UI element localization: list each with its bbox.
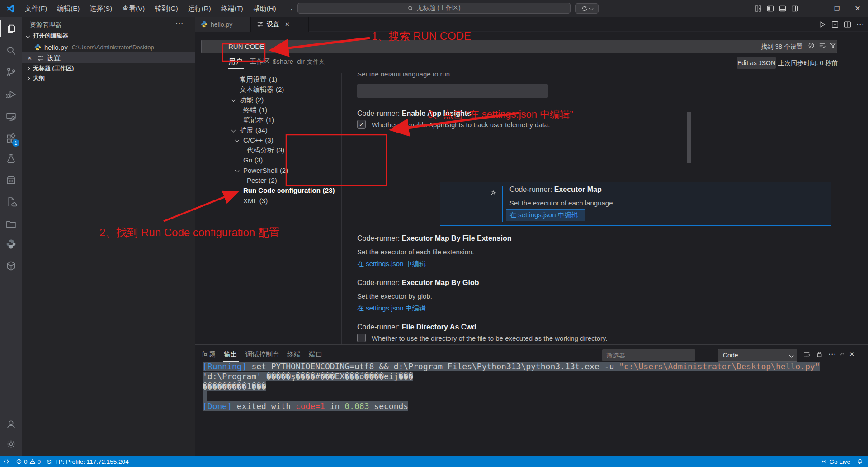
panel-tab-2[interactable]: 调试控制台 <box>245 350 279 359</box>
go-live-button[interactable]: Go Live <box>818 456 854 467</box>
panel-tab-0[interactable]: 问题 <box>202 350 216 359</box>
word-wrap-icon[interactable] <box>803 350 811 358</box>
more-actions-icon[interactable]: ⋯ <box>856 19 864 29</box>
toc-item-run-code-configuration[interactable]: Run Code configuration(23) <box>243 186 335 194</box>
problems-indicator[interactable]: 0 0 <box>13 456 44 467</box>
toc-item--[interactable]: 代码分析(3) <box>247 146 284 155</box>
setting-description: Whether to use the directory of the file… <box>372 334 608 342</box>
toggle-sidebar-left-icon[interactable] <box>766 5 774 13</box>
toc-item--[interactable]: 功能(2) <box>240 96 264 105</box>
minimize-button[interactable]: ─ <box>806 0 826 17</box>
menu-item-4[interactable]: 转到(G) <box>150 0 183 17</box>
python-icon[interactable] <box>0 235 22 253</box>
toc-item--[interactable]: 扩展(34) <box>240 126 268 135</box>
maximize-button[interactable]: ❐ <box>826 0 847 17</box>
close-icon[interactable]: ✕ <box>27 55 32 62</box>
open-editor-settings[interactable]: ✕ 设置 <box>22 52 195 63</box>
output-filter-input[interactable]: 筛选器 <box>602 349 695 361</box>
edit-in-settings-json-link[interactable]: 在 settings.json 中编辑 <box>357 260 426 268</box>
source-control-icon[interactable] <box>0 63 22 81</box>
notifications-bell[interactable] <box>854 456 866 467</box>
menu-item-1[interactable]: 编辑(E) <box>52 0 85 17</box>
annotation-step2: 2、找到 Run Code configuration 配置 <box>99 225 280 240</box>
menu-item-3[interactable]: 查看(V) <box>117 0 150 17</box>
open-editors-section[interactable]: 打开的编辑器 <box>22 31 195 41</box>
menu-item-2[interactable]: 选择(S) <box>85 0 117 17</box>
back-icon[interactable]: ← <box>270 4 278 13</box>
run-code-icon[interactable] <box>818 20 826 29</box>
settings-scrollbar-thumb[interactable] <box>687 112 691 163</box>
package-icon[interactable] <box>0 257 22 274</box>
open-changes-icon[interactable] <box>831 20 839 29</box>
filter-funnel-icon[interactable] <box>829 42 837 49</box>
panel-tab-4[interactable]: 端口 <box>309 350 322 359</box>
menu-item-6[interactable]: 终端(T) <box>216 0 248 17</box>
scope-tab-2[interactable]: $share_dir文件夹 <box>273 57 325 66</box>
more-actions-icon[interactable]: ⋯ <box>828 349 836 359</box>
files-icon[interactable] <box>0 20 22 37</box>
toc-item-powershell[interactable]: PowerShell(2) <box>243 167 288 174</box>
scope-tab-0[interactable]: 用户 <box>229 57 242 66</box>
remote-explorer-icon[interactable] <box>0 108 22 125</box>
toc-item-xml[interactable]: XML(3) <box>243 197 268 205</box>
toc-item-pester[interactable]: Pester(2) <box>247 176 277 184</box>
output-line <box>203 391 820 401</box>
settings-editor-label: 设置 <box>47 54 61 62</box>
split-editor-icon[interactable] <box>844 20 852 29</box>
default-language-input[interactable] <box>357 84 548 98</box>
toc-item--[interactable]: 文本编辑器(2) <box>240 86 284 94</box>
unlock-scroll-icon[interactable] <box>816 350 823 358</box>
explorer-more-actions-icon[interactable]: ⋯ <box>175 19 184 28</box>
remote-indicator[interactable] <box>0 456 13 467</box>
maximize-panel-icon[interactable] <box>840 353 845 357</box>
menu-item-0[interactable]: 文件(F) <box>20 0 52 17</box>
run-debug-icon[interactable] <box>0 86 22 103</box>
scope-tab-1[interactable]: 工作区 <box>250 57 270 66</box>
menu-item-5[interactable]: 运行(R) <box>183 0 216 17</box>
extensions-icon[interactable]: 1 <box>0 130 22 147</box>
tab-settings[interactable]: 设置 ✕ <box>251 17 309 32</box>
filter-modified-icon[interactable] <box>818 42 826 49</box>
output-channel-value: Code <box>723 352 738 359</box>
outline-section[interactable]: 大纲 <box>22 73 195 83</box>
forward-icon[interactable]: → <box>286 4 294 13</box>
clear-search-icon[interactable] <box>807 42 815 49</box>
toc-item-c-c-[interactable]: C/C++(3) <box>243 136 274 144</box>
output-channel-select[interactable]: Code <box>718 349 797 362</box>
edit-in-settings-json-link[interactable]: 在 settings.json 中编辑 <box>357 304 426 313</box>
panel-tab-3[interactable]: 终端 <box>287 350 301 359</box>
close-panel-icon[interactable]: ✕ <box>849 350 855 358</box>
toc-item--[interactable]: 笔记本(1) <box>243 116 274 124</box>
sync-button[interactable] <box>575 3 599 14</box>
checkbox-checked[interactable]: ✓ <box>357 120 366 129</box>
checkbox-unchecked[interactable] <box>357 334 366 342</box>
container-icon[interactable] <box>0 172 22 189</box>
account-icon[interactable] <box>0 415 22 433</box>
folder-icon[interactable] <box>0 215 22 233</box>
editor-actions: ⋯ <box>818 17 864 32</box>
setting-gear-icon[interactable] <box>489 189 497 197</box>
testing-icon[interactable] <box>0 150 22 167</box>
toggle-sidebar-right-icon[interactable] <box>791 5 799 13</box>
search-icon[interactable] <box>0 42 22 59</box>
toggle-panel-icon[interactable] <box>778 5 787 13</box>
toc-item-go[interactable]: Go(3) <box>243 156 263 164</box>
sftp-profile[interactable]: SFTP: Profile: 117.72.155.204 <box>44 456 132 467</box>
tab-hello-py[interactable]: hello.py <box>195 17 251 32</box>
edit-as-json-button[interactable]: Edit as JSON <box>737 57 776 69</box>
toc-count: (3) <box>259 197 268 205</box>
toc-item--[interactable]: 常用设置(1) <box>240 76 277 84</box>
close-window-button[interactable]: ✕ <box>847 0 868 17</box>
workspace-section[interactable]: 无标题 (工作区) <box>22 63 195 73</box>
gear-icon[interactable] <box>0 435 22 453</box>
toc-item--[interactable]: 终端(1) <box>243 106 267 114</box>
panel-tab-1[interactable]: 输出 <box>224 350 237 359</box>
toc-label: 终端 <box>243 106 257 114</box>
edit-in-settings-json-link[interactable]: 在 settings.json 中编辑 <box>509 211 578 219</box>
command-center-search[interactable]: 无标题 (工作区) <box>297 3 571 14</box>
focused-setting-row[interactable] <box>440 182 831 226</box>
open-editor-hello-py[interactable]: hello.py C:\Users\Administrator\Desktop <box>22 42 195 52</box>
sftp-icon[interactable] <box>0 193 22 210</box>
editor-grid-layout-icon[interactable] <box>754 5 762 13</box>
close-tab-icon[interactable]: ✕ <box>285 21 290 28</box>
